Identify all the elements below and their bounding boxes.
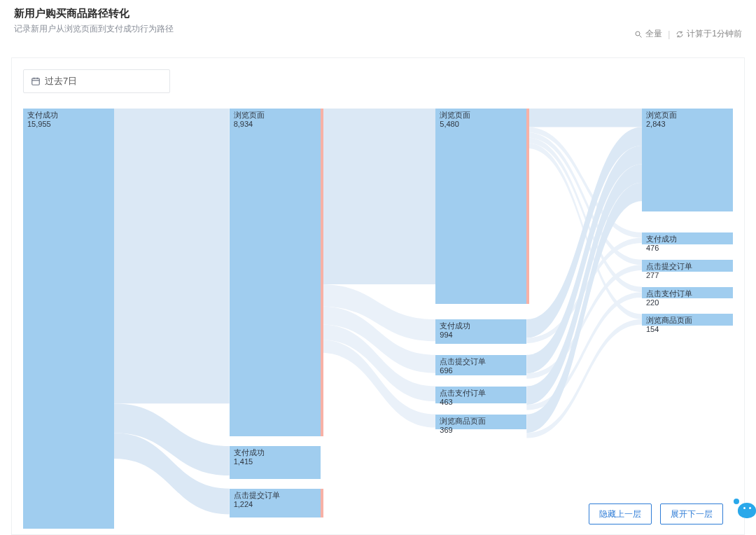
scope-label: 全量 — [645, 28, 662, 40]
sankey-node-label: 浏览页面2,843 — [646, 111, 677, 129]
date-range-label: 过去7日 — [45, 75, 77, 88]
sankey-node-name: 浏览商品页面 — [646, 316, 692, 325]
svg-rect-2 — [32, 78, 40, 85]
sankey-node-name: 浏览页面 — [646, 111, 677, 120]
sankey-node-name: 支付成功 — [646, 235, 677, 244]
sankey-node-label: 支付成功15,955 — [27, 111, 58, 129]
sankey-chart: 支付成功15,955浏览页面8,934支付成功1,415点击提交订单1,224浏… — [23, 109, 733, 529]
svg-point-0 — [636, 32, 640, 36]
sankey-node-value: 277 — [646, 271, 692, 280]
scope-button[interactable]: 全量 — [634, 28, 662, 40]
separator: | — [668, 29, 670, 39]
hide-prev-level-button[interactable]: 隐藏上一层 — [589, 503, 652, 524]
sankey-node-label: 浏览商品页面154 — [646, 316, 692, 334]
chart-card: 过去7日 支付成功15,955浏览页面8,934支付成功1,415点击提交订单1… — [11, 57, 745, 535]
sankey-node-label: 浏览页面8,934 — [234, 111, 265, 129]
recompute-button[interactable]: 计算于1分钟前 — [676, 28, 742, 40]
date-range-picker[interactable]: 过去7日 — [23, 69, 170, 93]
sankey-links-layer — [23, 109, 733, 529]
sankey-node[interactable] — [230, 109, 321, 436]
sankey-node-name: 点击提交订单 — [440, 357, 486, 366]
sankey-link — [321, 340, 436, 428]
sankey-node-label: 支付成功476 — [646, 235, 677, 253]
sankey-node-value: 696 — [440, 366, 486, 375]
computed-label: 计算于1分钟前 — [687, 28, 742, 40]
sankey-node-name: 点击支付订单 — [646, 289, 692, 298]
sankey-node-value: 15,955 — [27, 120, 58, 129]
sankey-node-name: 支付成功 — [234, 448, 265, 457]
sankey-node-name: 支付成功 — [440, 321, 470, 331]
chart-actions: 隐藏上一层 展开下一层 — [589, 503, 723, 524]
sankey-node[interactable] — [23, 109, 114, 529]
header-right-controls: 全量 | 计算于1分钟前 — [634, 28, 742, 40]
sankey-node-value: 1,224 — [234, 500, 280, 509]
sankey-node-label: 点击提交订单1,224 — [234, 491, 280, 509]
sankey-node-label: 支付成功994 — [440, 321, 470, 340]
sankey-node-value: 1,415 — [234, 457, 265, 466]
sankey-node-name: 支付成功 — [27, 111, 58, 120]
expand-next-level-button[interactable]: 展开下一层 — [660, 503, 723, 524]
refresh-icon — [676, 30, 684, 39]
sankey-node[interactable] — [435, 109, 526, 304]
sankey-node-value: 8,934 — [234, 120, 265, 129]
sankey-node-value: 476 — [646, 244, 677, 253]
sankey-node-label: 浏览商品页面369 — [440, 417, 486, 435]
svg-line-1 — [640, 35, 642, 37]
sankey-node-label: 点击支付订单220 — [646, 289, 692, 307]
sankey-node-name: 浏览页面 — [234, 111, 265, 120]
sankey-node-name: 点击提交订单 — [646, 262, 692, 271]
sankey-node-value: 994 — [440, 331, 470, 340]
sankey-node-value: 2,843 — [646, 120, 677, 129]
sankey-link — [114, 109, 230, 403]
sankey-node-name: 浏览页面 — [440, 111, 470, 120]
assistant-mascot[interactable] — [734, 499, 756, 520]
sankey-node-name: 点击提交订单 — [234, 491, 280, 500]
sankey-node-value: 369 — [440, 426, 486, 435]
sankey-node-label: 点击提交订单277 — [646, 262, 692, 280]
calendar-icon — [31, 76, 41, 86]
page-title: 新用户购买商品路径转化 — [14, 7, 742, 20]
sankey-node-label: 浏览页面5,480 — [440, 111, 470, 129]
search-icon — [634, 30, 643, 39]
page-subtitle: 记录新用户从浏览页面到支付成功行为路径 — [14, 23, 742, 35]
sankey-node-label: 点击提交订单696 — [440, 357, 486, 375]
sankey-link — [526, 109, 642, 127]
sankey-link — [321, 109, 436, 284]
sankey-node-name: 点击支付订单 — [440, 389, 486, 398]
sankey-node-value: 463 — [440, 398, 486, 407]
sankey-node-value: 5,480 — [440, 120, 470, 129]
sankey-node-value: 220 — [646, 298, 692, 307]
sankey-node-label: 支付成功1,415 — [234, 448, 265, 466]
sankey-node-value: 154 — [646, 325, 692, 334]
sankey-node-name: 浏览商品页面 — [440, 417, 486, 426]
sankey-node-label: 点击支付订单463 — [440, 389, 486, 407]
